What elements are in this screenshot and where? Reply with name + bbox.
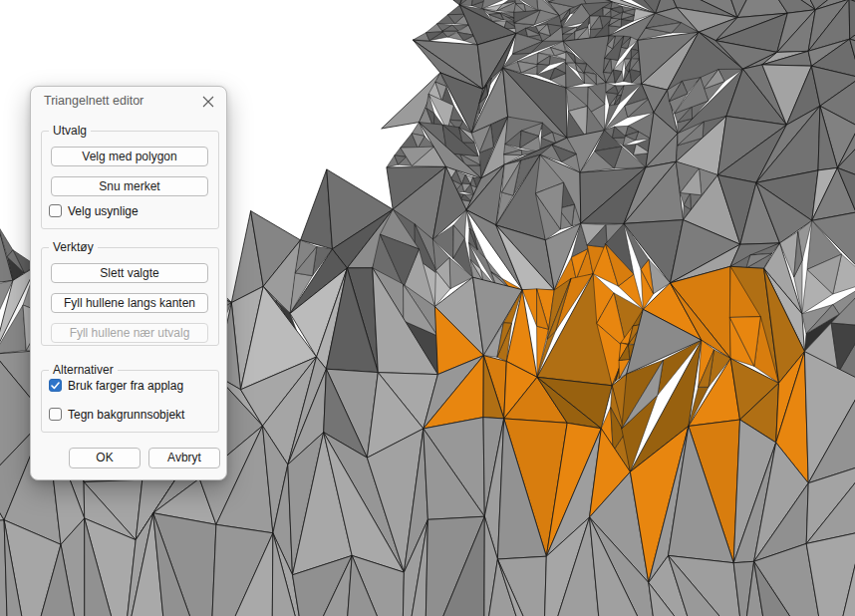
group-verktoy-label: Verktøy — [49, 240, 98, 255]
delete-selected-button[interactable]: Slett valgte — [51, 263, 208, 283]
group-alternativer-label: Alternativer — [49, 363, 118, 378]
ok-button[interactable]: OK — [69, 448, 141, 468]
draw-background-object-label: Tegn bakgrunnsobjekt — [68, 408, 184, 422]
cancel-button[interactable]: Avbryt — [148, 448, 220, 468]
select-invisible-label: Velg usynlige — [68, 204, 139, 218]
dialog-title: Triangelnett editor — [44, 94, 143, 108]
fill-holes-near-selection-button: Fyll hullene nær utvalg — [51, 323, 208, 343]
select-invisible-checkbox[interactable] — [49, 204, 62, 217]
group-utvalg-label: Utvalg — [49, 124, 91, 139]
fill-holes-along-edge-button[interactable]: Fyll hullene langs kanten — [51, 293, 208, 313]
use-layer-colors-label: Bruk farger fra applag — [68, 379, 183, 393]
select-invisible-checkbox-row[interactable]: Velg usynlige — [49, 203, 139, 218]
draw-background-object-checkbox-row[interactable]: Tegn bakgrunnsobjekt — [49, 407, 184, 422]
check-icon — [51, 382, 60, 390]
invert-selection-button[interactable]: Snu merket — [51, 176, 208, 196]
draw-background-object-checkbox[interactable] — [49, 408, 62, 421]
use-layer-colors-checkbox[interactable] — [49, 379, 62, 392]
close-button[interactable] — [199, 93, 217, 111]
use-layer-colors-checkbox-row[interactable]: Bruk farger fra applag — [49, 378, 183, 393]
triangle-mesh-editor-dialog: Triangelnett editor Utvalg Velg med poly… — [30, 86, 227, 480]
close-icon — [202, 96, 214, 108]
select-with-polygon-button[interactable]: Velg med polygon — [51, 147, 208, 166]
